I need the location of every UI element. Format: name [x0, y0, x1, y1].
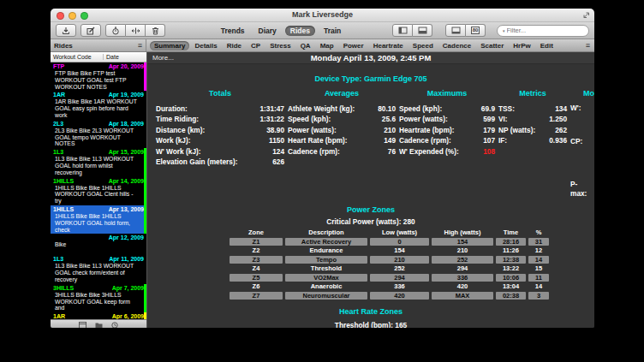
- delete-ride-button[interactable]: [146, 24, 165, 37]
- view-tiled-button[interactable]: 80: [466, 24, 486, 37]
- menu-icon[interactable]: ≡: [138, 41, 142, 50]
- nav-train-button[interactable]: Train: [319, 26, 346, 36]
- ride-list-item[interactable]: 1L3Apr 15, 20091L3 Bike Bike 1L3 WORKOUT…: [51, 148, 146, 176]
- ride-list-header[interactable]: Workout Code Date: [51, 52, 146, 62]
- ride-list-item[interactable]: FTPApr 20, 2009FTP Bike Bike FTP test WO…: [51, 62, 146, 91]
- hr-threshold: Threshold (bpm): 165: [147, 321, 594, 328]
- stat-row: P-max:828 watts10.01 w/kg: [570, 180, 594, 217]
- stat-row: Heartrate (bpm):179: [399, 125, 495, 135]
- status-folder-icon[interactable]: [95, 322, 103, 329]
- lowbar-toggle-icon: [418, 27, 427, 34]
- ride-color-bar: [144, 62, 146, 91]
- zoom-window-icon[interactable]: [582, 11, 590, 19]
- tab-edit[interactable]: Edit: [536, 41, 558, 50]
- chart-tabs: SummaryDetailsRideCPStressQAMapPowerHear…: [146, 39, 586, 51]
- tab-ride[interactable]: Ride: [223, 41, 246, 50]
- intervals-icon: [131, 27, 140, 35]
- ride-head: FTPApr 20, 2009: [53, 63, 144, 70]
- tab-qa[interactable]: QA: [296, 41, 315, 50]
- ride-list-item[interactable]: Apr 12, 2009Bike: [51, 234, 146, 255]
- stat-values: 280 watts3.50 w/kg: [593, 137, 594, 175]
- tab-power[interactable]: Power: [339, 41, 368, 50]
- close-icon[interactable]: [57, 12, 64, 20]
- view-tabbed-icon: [451, 27, 461, 34]
- ride-detail: 1HILLS Bike Bike 1HILLS WORKOUT GOAL hol…: [53, 213, 140, 233]
- tab-hrpw[interactable]: HrPw: [509, 41, 534, 50]
- tab-map[interactable]: Map: [316, 41, 338, 50]
- stat-label: Cadence (rpm):: [399, 135, 451, 145]
- nav-rides-button[interactable]: Rides: [285, 26, 315, 36]
- zone-cell: 13:04: [496, 282, 526, 291]
- stopwatch-button[interactable]: [105, 24, 126, 37]
- filter-input[interactable]: [507, 27, 590, 34]
- stat-value: 108: [483, 146, 495, 157]
- intervals-button[interactable]: [126, 24, 146, 37]
- sidebar-header: Rides ≡: [51, 39, 146, 51]
- ride-date: Apr 13, 2009: [109, 206, 144, 213]
- stat-row: Work (kJ):1150: [156, 135, 284, 145]
- ride-head: 2L3Apr 18, 2009: [53, 121, 144, 128]
- ride-list-item[interactable]: 1HILLSApr 14, 20091HILLS Bike Bike 1HILL…: [51, 177, 146, 205]
- status-window-icon[interactable]: [79, 322, 86, 329]
- zone-cell: 154: [370, 246, 429, 255]
- stat-label: NP (watts):: [498, 125, 535, 135]
- zone-cell: 31: [528, 238, 549, 246]
- zone-cell: 13:22: [496, 264, 526, 273]
- ride-color-bar: [144, 205, 146, 234]
- ride-list-item[interactable]: 1ARApr 6, 20091AR Bike Bike 1AR WORKOUT …: [51, 312, 146, 319]
- zone-cell: 154: [432, 238, 493, 246]
- ride-color-bar: [144, 284, 146, 312]
- sidebar-toggle-button[interactable]: [392, 24, 413, 37]
- status-clock-icon[interactable]: [111, 322, 118, 329]
- tab-stress[interactable]: Stress: [265, 41, 295, 50]
- ride-list-item[interactable]: 3HILLSApr 7, 20093HILLS Bike Bike 3HILLS…: [51, 284, 146, 312]
- ride-detail: 2L3 Bike Bike 2L3 WORKOUT GOAL tempo WOR…: [53, 128, 140, 147]
- title-bar[interactable]: Mark Liversedge: [51, 9, 594, 22]
- stat-row: Cadence (rpm):107: [399, 135, 495, 145]
- column-workout-code[interactable]: Workout Code: [51, 54, 104, 60]
- summary-column-model: ModelW':20.3 kJ253 J/kgCP:280 watts3.50 …: [570, 89, 594, 199]
- zone-cell: 420: [432, 282, 493, 291]
- tab-details[interactable]: Details: [190, 41, 221, 50]
- compose-edit-button[interactable]: [80, 24, 101, 37]
- filter-field[interactable]: ▾: [497, 25, 589, 37]
- ride-list-item[interactable]: 2L3Apr 18, 20092L3 Bike Bike 2L3 WORKOUT…: [51, 120, 146, 148]
- stat-row: W' Expended (%):108: [399, 146, 495, 157]
- stat-label: CP:: [570, 137, 593, 175]
- maximize-icon[interactable]: [80, 12, 88, 20]
- ride-code: 1AR: [53, 92, 65, 98]
- ride-list-item[interactable]: 1HILLSApr 13, 20091HILLS Bike Bike 1HILL…: [51, 205, 146, 234]
- zone-header-cell: High (watts): [432, 228, 493, 237]
- column-date[interactable]: Date: [104, 54, 146, 60]
- minimize-icon[interactable]: [69, 12, 76, 20]
- tab-heartrate[interactable]: Heartrate: [369, 41, 408, 50]
- view-tabbed-button[interactable]: [445, 24, 466, 37]
- ride-date: Apr 12, 2009: [109, 234, 144, 241]
- ride-list-item[interactable]: 1ARApr 19, 20091AR Bike Bike 1AR WORKOUT…: [51, 91, 146, 119]
- stat-row: Heart Rate (bpm):149: [288, 135, 396, 145]
- ride-list-item[interactable]: 1L3Apr 11, 20091L3 Bike Bike 1L3 WORKOUT…: [51, 255, 146, 283]
- ride-code: 2L3: [53, 121, 63, 128]
- stat-label: VI:: [498, 114, 508, 124]
- menu-icon[interactable]: ≡: [586, 41, 590, 50]
- nav-trends-button[interactable]: Trends: [216, 26, 250, 36]
- summary-column-averages: AveragesAthlete Weight (kg):80.10Speed (…: [288, 89, 396, 199]
- traffic-lights: [57, 12, 88, 20]
- nav-diary-button[interactable]: Diary: [253, 26, 282, 36]
- zone-cell: 11:26: [496, 246, 526, 255]
- stat-label: Elevation Gain (meters):: [156, 157, 237, 167]
- compose-edit-icon: [86, 27, 95, 35]
- zone-cell: Z1: [230, 238, 283, 246]
- zone-cell: Endurance: [285, 246, 367, 255]
- import-ride-button[interactable]: [56, 24, 76, 37]
- tab-scatter[interactable]: Scatter: [476, 41, 508, 50]
- tab-cadence[interactable]: Cadence: [438, 41, 475, 50]
- lowbar-toggle-button[interactable]: [413, 24, 432, 37]
- zone-cell: MAX: [432, 292, 493, 300]
- tab-cp[interactable]: CP: [247, 41, 265, 50]
- tab-speed[interactable]: Speed: [408, 41, 438, 50]
- chart-tab-bar: Rides ≡ SummaryDetailsRideCPStressQAMapP…: [51, 39, 594, 52]
- tab-summary[interactable]: Summary: [150, 41, 189, 50]
- ride-detail: 3HILLS Bike Bike 3HILLS WORKOUT GOAL kee…: [53, 292, 140, 312]
- section-title: Metrics: [498, 89, 567, 98]
